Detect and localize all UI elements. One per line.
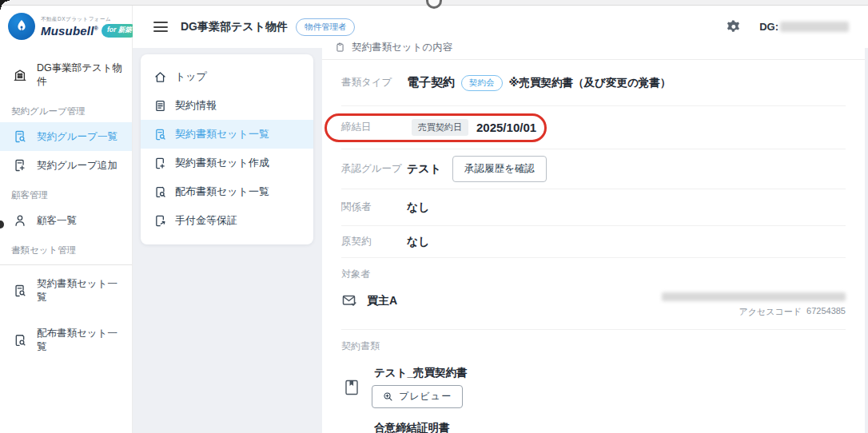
building-icon (13, 68, 27, 82)
account-menu[interactable]: DG: (759, 21, 849, 33)
related-parties-label: 関係者 (341, 201, 407, 214)
sidebar-item-label: 契約グループ追加 (37, 159, 117, 173)
redacted-account-name (780, 22, 849, 32)
card-title: 契約書類セットの内容 (352, 41, 452, 54)
doc-type-value: 電子契約 (407, 75, 455, 90)
document-search-icon (13, 333, 27, 348)
contract-submenu: トップ 契約情報 契約書類セット (141, 54, 313, 244)
sidebar-item-label: DG事業部テスト物件 (37, 62, 125, 89)
sidebar-item-property[interactable]: DG事業部テスト物件 (0, 54, 132, 96)
document-icon (153, 99, 167, 113)
conclusion-date-label: 締結日 (341, 121, 407, 134)
document-item: PDF 合意締結証明書 (341, 421, 846, 433)
header-title: DG事業部テスト物件 (181, 20, 288, 34)
related-parties-value: なし (407, 201, 430, 215)
sidebar-item-label: 顧客一覧 (37, 214, 77, 228)
account-prefix: DG: (759, 21, 778, 33)
conclusion-date-row: 締結日 売買契約日 2025/10/01 (341, 106, 846, 149)
document-plus-icon (13, 158, 27, 173)
document-search-icon (13, 129, 27, 144)
preview-button[interactable]: プレビュー (372, 385, 463, 408)
access-code-value: 67254385 (806, 306, 846, 318)
sidebar-item-label: 契約書類セット一覧 (37, 277, 125, 304)
submenu-item-dist-doc-sets[interactable]: 配布書類セット一覧 (141, 177, 313, 206)
clipboard-icon (335, 42, 345, 53)
targets-section: 対象者 買主A アクセスコード 6725438 (341, 258, 846, 330)
approval-group-row: 承認グループ テスト 承認履歴を確認 (341, 149, 846, 189)
document-plus-icon (153, 157, 167, 170)
sidebar-item-contract-group-add[interactable]: 契約グループ追加 (0, 151, 132, 180)
contract-documents-label: 契約書類 (341, 340, 846, 353)
targets-label: 対象者 (341, 268, 846, 281)
target-name: 買主A (367, 294, 397, 308)
original-contract-label: 原契約 (341, 235, 407, 248)
window-corner-artifact (0, 0, 10, 10)
submenu-item-deposit-guarantee[interactable]: 手付金等保証 (141, 206, 313, 235)
preview-button-label: プレビュー (399, 390, 452, 403)
submenu-item-contract-info[interactable]: 契約情報 (141, 91, 313, 120)
envelope-check-icon (341, 292, 357, 308)
sidebar-item-dist-doc-sets[interactable]: 配布書類セット一覧 (0, 320, 132, 361)
submenu-item-label: 契約書類セット一覧 (175, 127, 269, 141)
sidebar-item-customer-list[interactable]: 顧客一覧 (0, 206, 132, 235)
document-title: テスト_売買契約書 (374, 366, 467, 380)
sidebar-item-contract-doc-sets[interactable]: 契約書類セット一覧 (0, 270, 132, 312)
redacted-target-info (662, 292, 846, 301)
sidebar-section-customer: 顧客管理 (0, 180, 132, 206)
gear-icon[interactable] (727, 19, 742, 34)
submenu-item-label: 契約書類セット作成 (175, 156, 269, 170)
doc-type-note: ※売買契約書（及び変更の覚書） (509, 76, 671, 90)
submenu-item-create-doc-set[interactable]: 契約書類セット作成 (141, 149, 313, 177)
document-arrow-icon (153, 214, 167, 228)
original-contract-value: なし (407, 235, 430, 249)
submenu-item-label: 契約情報 (175, 98, 217, 113)
magnifier-plus-icon (383, 391, 393, 402)
submenu-item-contract-doc-sets[interactable]: 契約書類セット一覧 (141, 120, 313, 149)
target-row: 買主A アクセスコード 67254385 (341, 292, 846, 318)
submenu-item-label: 配布書類セット一覧 (175, 185, 269, 199)
document-item: テスト_売買契約書 プレビュー (341, 366, 846, 408)
app-window: 不動産DXプラットフォーム Musubell® for 新築 DG事業部テスト物 (0, 0, 868, 433)
approval-group-value: テスト (407, 162, 441, 177)
sidebar-section-contract-group: 契約グループ管理 (0, 96, 132, 122)
approval-group-label: 承認グループ (341, 162, 407, 176)
brand-badge: for 新築 (102, 24, 137, 38)
role-badge: 物件管理者 (296, 18, 356, 36)
contract-doc-set-card: 契約書類セットの内容 書類タイプ 電子契約 契約会 ※売買契約書（及び変更の覚書… (322, 36, 865, 433)
contract-meeting-badge: 契約会 (461, 75, 503, 91)
doc-type-label: 書類タイプ (341, 76, 407, 89)
sidebar-item-contract-group-list[interactable]: 契約グループ一覧 (0, 122, 132, 151)
hamburger-menu-icon[interactable] (153, 22, 168, 32)
sidebar-section-doc-set: 書類セット管理 (0, 235, 132, 261)
document-search-icon (153, 128, 167, 141)
sidebar-item-label: 配布書類セット一覧 (37, 327, 125, 354)
document-search-icon (13, 284, 27, 298)
brand-name: Musubell® (41, 24, 98, 38)
card-header: 契約書類セットの内容 (322, 36, 865, 60)
document-title: 合意締結証明書 (374, 421, 463, 433)
submenu-item-top[interactable]: トップ (141, 62, 313, 91)
sidebar-divider (0, 264, 132, 265)
primary-sidebar: 不動産DXプラットフォーム Musubell® for 新築 DG事業部テスト物 (0, 0, 133, 433)
logo-tagline: 不動産DXプラットフォーム (41, 16, 137, 23)
musubell-logo[interactable]: 不動産DXプラットフォーム Musubell® for 新築 (0, 0, 132, 48)
submenu-item-label: 手付金等保証 (175, 213, 237, 228)
sidebar-item-label: 契約グループ一覧 (37, 130, 117, 144)
doc-type-row: 書類タイプ 電子契約 契約会 ※売買契約書（及び変更の覚書） (341, 60, 846, 106)
submenu-item-label: トップ (175, 70, 207, 84)
document-bookmark-icon (341, 378, 362, 397)
pen-nib-icon (8, 13, 35, 40)
document-search-icon (153, 185, 167, 199)
original-contract-row: 原契約 なし (341, 226, 846, 258)
access-code-line: アクセスコード 67254385 (739, 306, 846, 318)
home-icon (153, 70, 167, 84)
related-parties-row: 関係者 なし (341, 189, 846, 226)
access-code-label: アクセスコード (739, 306, 802, 318)
contract-documents-section: 契約書類 テスト_売買契約書 (341, 330, 846, 433)
approval-history-button[interactable]: 承認履歴を確認 (452, 156, 547, 182)
person-icon (13, 213, 27, 228)
sale-contract-date-badge: 売買契約日 (412, 119, 468, 136)
conclusion-date-value: 2025/10/01 (476, 121, 536, 134)
